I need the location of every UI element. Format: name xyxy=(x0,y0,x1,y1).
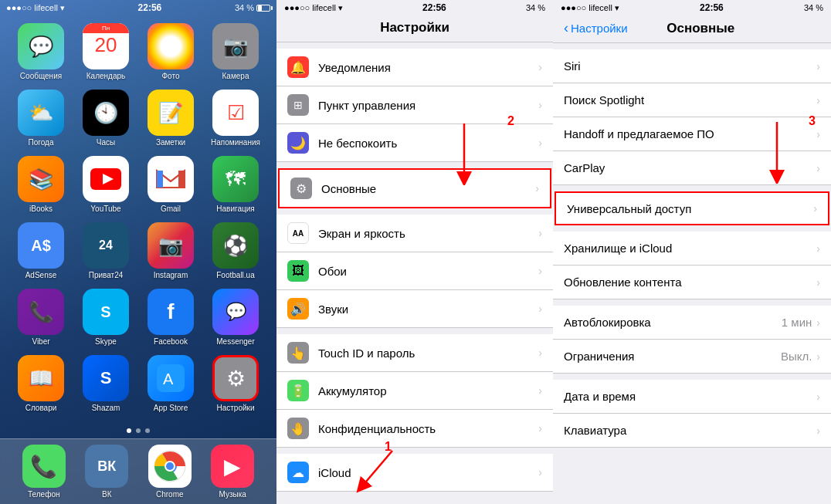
battery-2: 34 % xyxy=(526,3,545,12)
sounds-icon: 🔊 xyxy=(287,298,309,320)
app-photos[interactable]: Фото xyxy=(143,23,198,80)
privat-label: Приват24 xyxy=(89,271,124,279)
appstore-icon: A xyxy=(148,355,194,401)
app-settings[interactable]: ⚙ Настройки xyxy=(208,355,263,412)
osnov-row-universal[interactable]: Универсальный доступ › xyxy=(555,191,829,225)
app-messenger[interactable]: 💬 Messenger xyxy=(208,289,263,346)
settings-row-wallpaper[interactable]: 🖼 Обои › xyxy=(276,252,553,290)
app-reminders[interactable]: ☑ Напоминания xyxy=(208,90,263,147)
osnov-row-handoff[interactable]: Handoff и предлагаемое ПО › xyxy=(553,117,831,151)
settings-row-control[interactable]: ⊞ Пункт управления › xyxy=(276,86,553,124)
weather-icon: ⛅ xyxy=(18,90,64,136)
cal-day: 20 xyxy=(95,33,117,56)
dock-chrome[interactable]: Chrome xyxy=(148,445,192,499)
camera-label: Камера xyxy=(222,72,249,80)
settings-row-sounds[interactable]: 🔊 Звуки › xyxy=(276,290,553,328)
app-gmail[interactable]: Gmail xyxy=(143,156,198,213)
autolock-text: Автоблокировка xyxy=(564,316,782,329)
divider-auto xyxy=(553,299,831,306)
dock-phone[interactable]: 📞 Телефон xyxy=(22,445,66,499)
weather-label: Погода xyxy=(29,138,54,147)
football-icon: ⚽ xyxy=(212,222,259,269)
notes-icon: 📝 xyxy=(148,90,194,136)
settings-row-display[interactable]: AA Экран и яркость › xyxy=(276,215,553,252)
camera-icon: 📷 xyxy=(212,23,259,69)
settings-row-privacy[interactable]: 🤚 Конфиденциальность › xyxy=(276,410,553,448)
app-messages[interactable]: 💬 Сообщения xyxy=(13,23,69,80)
skype-icon: S xyxy=(83,289,129,335)
app-viber[interactable]: 📞 Viber xyxy=(13,289,69,346)
app-camera[interactable]: 📷 Камера xyxy=(208,23,263,80)
sounds-arrow: › xyxy=(538,303,542,315)
sounds-text: Звуки xyxy=(318,303,538,316)
page-dot-1 xyxy=(127,428,131,433)
reminders-label: Напоминания xyxy=(211,138,260,147)
divider-univ xyxy=(553,185,831,191)
instagram-label: Instagram xyxy=(154,271,188,279)
general-icon: ⚙ xyxy=(290,178,312,199)
spotlight-text: Поиск Spotlight xyxy=(564,93,816,107)
app-privat[interactable]: 24 Приват24 xyxy=(78,222,134,279)
clock-icon: 🕙 xyxy=(83,90,129,136)
app-facebook[interactable]: f Facebook xyxy=(143,289,198,346)
app-ibooks[interactable]: 📚 iBooks xyxy=(13,156,69,213)
back-label: Настройки xyxy=(571,22,628,35)
appstore-label: App Store xyxy=(154,404,188,412)
settings-row-touchid[interactable]: 👆 Touch ID и пароль › xyxy=(276,334,553,372)
datetime-text: Дата и время xyxy=(564,390,816,403)
settings-row-battery[interactable]: 🔋 Аккумулятор › xyxy=(276,372,553,410)
touchid-arrow: › xyxy=(538,347,542,359)
svg-point-10 xyxy=(166,462,174,470)
ibooks-label: iBooks xyxy=(29,205,53,213)
app-youtube[interactable]: YouTube xyxy=(78,156,134,213)
dock-vk[interactable]: ВК ВК xyxy=(85,445,128,499)
app-weather[interactable]: ⛅ Погода xyxy=(13,90,69,147)
app-clock[interactable]: 🕙 Часы xyxy=(78,90,134,147)
osnov-row-keyboard[interactable]: Клавиатура › xyxy=(553,414,831,448)
settings-row-dnd[interactable]: 🌙 Не беспокоить › xyxy=(276,124,553,162)
bgrefresh-text: Обновление контента xyxy=(564,276,816,289)
phone-1-homescreen: ●●●○○ lifecell ▾ 22:56 34 % 💬 Сообщения … xyxy=(0,0,276,504)
app-adsense[interactable]: A$ AdSense xyxy=(13,222,69,279)
settings-icon: ⚙ xyxy=(212,355,259,401)
shazam-icon: S xyxy=(83,355,129,401)
status-bar-1: ●●●○○ lifecell ▾ 22:56 34 % xyxy=(0,0,276,15)
calendar-icon: Пн 20 xyxy=(83,23,129,69)
app-notes[interactable]: 📝 Заметки xyxy=(143,90,198,147)
app-instagram[interactable]: 📷 Instagram xyxy=(143,222,198,279)
osnov-row-autolock[interactable]: Автоблокировка 1 мин › xyxy=(553,306,831,340)
settings-row-general[interactable]: ⚙ Основные › xyxy=(278,168,551,208)
osnov-row-siri[interactable]: Siri › xyxy=(553,49,831,83)
phone-3-osnov: ●●●○○ lifecell ▾ 22:56 34 % ‹ Настройки … xyxy=(553,0,831,504)
wallpaper-text: Обои xyxy=(318,265,538,278)
time-3: 22:56 xyxy=(700,2,724,13)
carplay-text: CarPlay xyxy=(564,161,816,174)
svg-rect-4 xyxy=(178,171,185,188)
back-button[interactable]: ‹ Настройки xyxy=(564,20,628,36)
app-shazam[interactable]: S Shazam xyxy=(78,355,134,412)
battery-icon xyxy=(256,5,270,12)
osnov-nav-bar: ‹ Настройки Основные xyxy=(553,15,831,43)
autolock-arrow: › xyxy=(816,316,820,329)
youtube-label: YouTube xyxy=(90,205,120,213)
messages-icon: 💬 xyxy=(18,23,64,69)
osnov-row-bgrefresh[interactable]: Обновление контента › xyxy=(553,266,831,299)
settings-row-notifications[interactable]: 🔔 Уведомления › xyxy=(276,49,553,86)
app-slovari[interactable]: 📖 Словари xyxy=(13,355,69,412)
app-football[interactable]: ⚽ Football.ua xyxy=(208,222,263,279)
app-skype[interactable]: S Skype xyxy=(78,289,134,346)
osnov-row-spotlight[interactable]: Поиск Spotlight › xyxy=(553,83,831,117)
dock-music[interactable]: ▶ Музыка xyxy=(211,445,254,499)
app-nav[interactable]: 🗺 Навигация xyxy=(208,156,263,213)
osnov-row-storage[interactable]: Хранилище и iCloud › xyxy=(553,232,831,266)
messenger-label: Messenger xyxy=(216,337,254,346)
osnov-row-restrictions[interactable]: Ограничения Выкл. › xyxy=(553,340,831,374)
app-calendar[interactable]: Пн 20 Календарь xyxy=(78,23,134,80)
settings-label: Настройки xyxy=(216,404,254,412)
app-appstore[interactable]: A App Store xyxy=(143,355,198,412)
osnov-row-carplay[interactable]: CarPlay › xyxy=(553,151,831,185)
keyboard-text: Клавиатура xyxy=(564,424,816,437)
wallpaper-icon: 🖼 xyxy=(287,260,309,282)
settings-row-icloud[interactable]: ☁ iCloud › xyxy=(276,454,553,492)
osnov-row-datetime[interactable]: Дата и время › xyxy=(553,380,831,414)
